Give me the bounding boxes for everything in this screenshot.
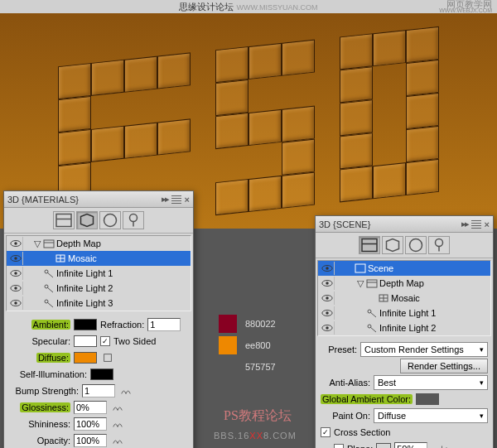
footer-label: PS教程论坛 — [224, 407, 292, 425]
filter-materials-icon[interactable] — [99, 211, 121, 229]
footer-url: BBS.16XX8.COM — [214, 428, 297, 441]
tree-item-label: Infinite Light 3 — [56, 298, 113, 308]
filter-scene-icon[interactable] — [53, 211, 75, 229]
materials-panel: 3D {MATERIALS} ▸▸ × ▽Depth MapMosaicInfi… — [3, 190, 194, 448]
materials-panel-title[interactable]: 3D {MATERIALS} ▸▸ × — [4, 191, 193, 208]
plane-swatch[interactable] — [376, 443, 391, 448]
svg-rect-37 — [367, 280, 377, 287]
visibility-eye-icon[interactable] — [320, 262, 335, 275]
group-icon — [43, 238, 55, 248]
panel-menu-icon[interactable] — [471, 220, 481, 229]
plane-input[interactable]: 50% — [394, 442, 427, 448]
tree-item-label: Mosaic — [391, 293, 420, 303]
filter-meshes-icon[interactable] — [382, 236, 403, 254]
header-title: 思缘设计论坛 — [179, 2, 234, 12]
aa-dropdown[interactable]: Best — [374, 375, 488, 390]
visibility-eye-icon[interactable] — [8, 282, 23, 295]
materials-props: Ambient: Refraction: 1 Specular: ✓ Two S… — [4, 313, 193, 448]
collapse-icon[interactable]: ▸▸ — [461, 219, 468, 229]
svg-rect-0 — [56, 214, 71, 227]
gloss-input[interactable]: 0% — [74, 401, 107, 414]
specular-label: Specular: — [9, 336, 70, 346]
specular-swatch[interactable] — [74, 335, 97, 347]
close-icon[interactable]: × — [185, 195, 190, 205]
materials-tree[interactable]: ▽Depth MapMosaicInfinite Light 1Infinite… — [6, 235, 191, 311]
scene-icon — [355, 263, 366, 273]
visibility-eye-icon[interactable] — [320, 306, 335, 320]
legend-swatch-1 — [219, 315, 237, 333]
opacity-input[interactable]: 100% — [74, 434, 107, 447]
opacity-tex-icon[interactable] — [110, 434, 125, 447]
render-settings-button[interactable]: Render Settings... — [400, 359, 488, 373]
gac-swatch[interactable] — [416, 393, 439, 405]
ambient-swatch[interactable] — [74, 319, 97, 330]
svg-point-40 — [326, 296, 329, 300]
shine-tex-icon[interactable] — [110, 417, 125, 431]
disclosure-icon[interactable]: ▽ — [33, 238, 41, 249]
bump-tex-icon[interactable] — [118, 384, 133, 397]
preset-dropdown[interactable]: Custom Render Settings — [360, 342, 488, 357]
filter-materials-icon[interactable] — [405, 236, 427, 254]
tree-row[interactable]: ▽Depth Map — [318, 276, 490, 291]
refraction-input[interactable]: 1 — [147, 318, 181, 331]
bump-input[interactable]: 1 — [82, 384, 115, 397]
self-illum-swatch[interactable] — [90, 369, 113, 380]
filter-lights-icon[interactable] — [428, 236, 450, 254]
filter-scene-icon[interactable] — [359, 236, 380, 254]
filter-lights-icon[interactable] — [123, 211, 144, 229]
gloss-tex-icon[interactable] — [110, 401, 125, 414]
ambient-label: Ambient: — [31, 320, 70, 330]
light-icon — [366, 308, 378, 318]
visibility-eye-icon[interactable] — [8, 237, 23, 250]
two-sided-checkbox[interactable]: ✓ — [100, 336, 110, 346]
cross-section-label: Cross Section — [334, 427, 390, 437]
flip-icon[interactable] — [437, 442, 452, 448]
tree-row[interactable]: Scene — [318, 261, 490, 276]
scene-panel-title[interactable]: 3D {SCENE} ▸▸ × — [316, 216, 493, 233]
visibility-eye-icon[interactable] — [8, 267, 23, 280]
tree-row[interactable]: Mosaic — [7, 251, 191, 266]
visibility-eye-icon[interactable] — [8, 252, 23, 265]
svg-line-47 — [370, 312, 376, 317]
svg-point-19 — [14, 287, 17, 290]
tree-row[interactable]: Infinite Light 1 — [318, 306, 490, 320]
svg-line-17 — [47, 272, 53, 277]
tree-row[interactable]: ▽Depth Map — [7, 236, 191, 251]
legend-swatch-3 — [219, 358, 237, 376]
shine-input[interactable]: 100% — [74, 417, 107, 431]
self-illum-label: Self-Illumination: — [9, 369, 87, 379]
collapse-icon[interactable]: ▸▸ — [162, 194, 168, 205]
shine-label: Shininess: — [9, 419, 70, 429]
svg-rect-27 — [362, 239, 377, 252]
scene-tree[interactable]: Scene▽Depth MapMosaicInfinite Light 1Inf… — [317, 260, 491, 336]
tree-row[interactable]: Infinite Light 1 — [7, 266, 191, 281]
panel-menu-icon[interactable] — [171, 195, 181, 204]
legend-label-1: 880022 — [245, 319, 276, 329]
diffuse-swatch[interactable] — [74, 352, 97, 364]
tree-row[interactable]: Infinite Light 3 — [7, 296, 191, 311]
visibility-eye-icon[interactable] — [320, 321, 335, 335]
cross-section-checkbox[interactable]: ✓ — [321, 427, 331, 437]
visibility-eye-icon[interactable] — [320, 277, 335, 290]
plane-checkbox[interactable] — [334, 444, 344, 448]
tree-row[interactable]: Infinite Light 2 — [318, 320, 490, 335]
paint-dropdown[interactable]: Diffuse — [374, 408, 488, 423]
close-icon[interactable]: × — [485, 219, 490, 229]
filter-meshes-icon[interactable] — [76, 211, 98, 229]
tree-row[interactable]: Infinite Light 2 — [7, 281, 191, 296]
tree-item-label: Infinite Light 1 — [379, 308, 437, 318]
svg-rect-26 — [104, 354, 112, 362]
legend-label-2: ee800 — [245, 340, 271, 350]
visibility-eye-icon[interactable] — [320, 291, 335, 305]
visibility-eye-icon[interactable] — [8, 296, 23, 310]
disclosure-icon[interactable]: ▽ — [356, 278, 364, 289]
group-icon — [366, 278, 378, 288]
refraction-label: Refraction: — [100, 320, 144, 330]
paint-label: Paint On: — [321, 411, 370, 421]
svg-line-25 — [47, 302, 53, 307]
diffuse-texture-icon[interactable] — [100, 351, 115, 364]
diffuse-label: Diffuse: — [36, 353, 70, 363]
svg-line-51 — [370, 327, 376, 332]
header-url: WWW.MISSYUAN.COM — [237, 3, 318, 12]
tree-row[interactable]: Mosaic — [318, 291, 490, 306]
